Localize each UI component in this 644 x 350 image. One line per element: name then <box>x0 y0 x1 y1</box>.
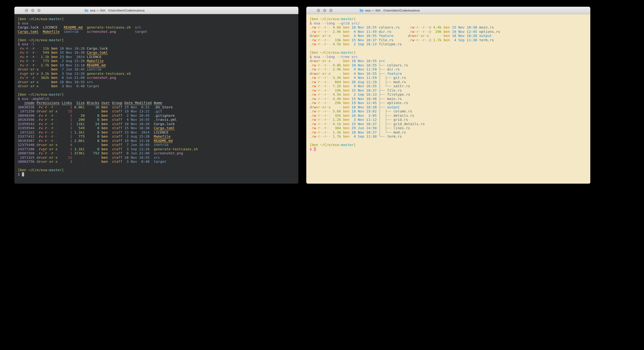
terminal-line: 1971325 drwxr-xr-x 11 - - ben staff 18 N… <box>18 156 298 160</box>
terminal-line: .rw-r--r-- 4.8k ben 18 Nov 18:55 colours… <box>310 26 590 30</box>
terminal-line: 31959543 .rw-r--r-- 1 11Ki 24 ben staff … <box>18 122 298 126</box>
window-title-app: exa — fish <box>365 9 380 12</box>
terminal-line: $ exa --long --tree src <box>310 55 590 59</box>
terminal-line: $ exa -l <box>18 42 298 46</box>
terminal-line: Cargo.lock LICENCE README.md generate-te… <box>18 26 298 30</box>
terminal-line: .rw-r--r-- 4.8k ben 18 Nov 18:55 ├── col… <box>310 63 590 68</box>
terminal-line: .rwxr-xr-x 3.1k ben 3 Sep 13:26 generate… <box>18 72 298 76</box>
traffic-lights <box>317 7 332 14</box>
terminal-line: [ben ~/C/e/exa:master] <box>310 50 590 55</box>
terminal-window-dark: exa — fish /Users/ben/Code/exa/exa [ben … <box>14 7 298 184</box>
terminal-line: $ exa -abghHliS <box>18 97 298 101</box>
window-title-path: /Users/ben/Code/exa/exa <box>383 9 420 12</box>
terminal-line: $ exa <box>18 21 298 26</box>
terminal-line: .rw-r--r-- 1.3k ben 18 Nov 18:27 │ └── m… <box>310 130 590 135</box>
terminal-line: [ben ~/C/e/exa:master] <box>18 168 298 172</box>
terminal-line: .rw-r--r-- 29k ben 19 Nov 12:45 ├── opti… <box>310 101 590 105</box>
window-title: exa — fish /Users/ben/Code/exa/exa <box>84 7 144 14</box>
terminal-line: 20087308 .rw-r--r-- 1 373Ki 752 ben staf… <box>18 151 298 156</box>
terminal-line: .rw-r--r-- 604 ben 26 Aug 12:19 │ ├── mo… <box>310 80 590 84</box>
terminal-line: [ben ~/C/e/exa:master] <box>18 92 298 97</box>
terminal-line <box>310 46 590 51</box>
terminal-line: [ben ~/C/e/exa:master] <box>18 17 298 21</box>
terminal-line: .rw-r--r-- 384 ben 29 Jun 14:50 │ ├── li… <box>310 126 590 130</box>
terminal-screen[interactable]: [ben ~/C/e/exa:master]$ exaCargo.lock LI… <box>14 14 298 184</box>
window-titlebar[interactable]: exa — fish /Users/ben/Code/exa/exa <box>14 7 298 14</box>
terminal-line: .rw-r--r-- 2.7k ben 19 Nov 13:18 README.… <box>18 63 298 68</box>
terminal-line: .rw-r--r-- 35k ben 16 Nov 3:05 │ ├── det… <box>310 114 590 118</box>
terminal-line: .rw-r--r-- 11k ben 18 Nov 18:28 Cargo.lo… <box>18 46 298 51</box>
window-title-app: exa — fish <box>90 9 106 12</box>
terminal-line <box>18 34 298 38</box>
terminal-line: inode Permissions Links Size Blocks User… <box>18 101 298 105</box>
terminal-line: drwxr-xr-x - ben 4 Nov 16:55 ├── feature <box>310 72 590 76</box>
terminal-line: $ exa --long --grid src/ <box>310 21 590 26</box>
terminal-line: .rw-r--r-- 4.5k ben 2 Sep 16:13 filetype… <box>310 42 590 46</box>
terminal-line: .rw-r--r-- 3.3k ben 4 Nov 11:59 │ ├── gi… <box>310 76 590 80</box>
terminal-window-light: exa — fish /Users/ben/Code/exa/exa [ben … <box>306 7 590 184</box>
window-title: exa — fish /Users/ben/Code/exa/exa <box>360 7 420 14</box>
terminal-line: 1971258 drwxr-xr-x 15 - - ben staff 19 N… <box>18 109 298 114</box>
terminal-line: 12375448 drwxr-xr-x 4 - - ben staff 7 Ju… <box>18 143 298 147</box>
terminal-line: $ █ <box>310 147 590 152</box>
terminal-line: drwxr-xr-x - ben 7 Jun 16:45 contrib <box>18 67 298 72</box>
terminal-line: .rw-r--r-- 2.9k ben 4 Nov 11:59 ├── dir.… <box>310 67 590 72</box>
terminal-screen[interactable]: [ben ~/C/e/exa:master]$ exa --long --gri… <box>306 14 590 184</box>
terminal-line: [ben ~/C/e/exa:master] <box>18 38 298 42</box>
minimize-button[interactable] <box>31 9 34 12</box>
terminal-line: Cargo.toml Makefile contrib screenshot.p… <box>18 30 298 34</box>
folder-icon[interactable] <box>360 9 364 12</box>
terminal-line: 31959544 .rw-r--r-- 1 549 8 ben staff 15… <box>18 126 298 130</box>
zoom-button[interactable] <box>38 9 40 12</box>
terminal-line: .rw-r--r-- 4.4k ben 15 Nov 18:38 ├── mai… <box>310 97 590 101</box>
terminal-line: drwxr-xr-x - ben 18 Nov 18:55 src <box>18 80 298 84</box>
terminal-line: .rw-r--r-- 1.1k ben 23 Nov 2014 LICENCE <box>18 55 298 59</box>
terminal-line: .rw-r--r-- 2.9k ben 4 Nov 11:59 dir.rs .… <box>310 30 590 34</box>
terminal-line: [ben ~/C/e/exa:master] <box>310 17 590 21</box>
terminal-line: .rw-r--r-- 7.2k ben 4 Nov 16:55 │ └── xa… <box>310 84 590 88</box>
terminal-cursor: █ <box>314 147 316 151</box>
zoom-button[interactable] <box>329 9 332 12</box>
window-titlebar[interactable]: exa — fish /Users/ben/Code/exa/exa <box>306 7 590 14</box>
minimize-button[interactable] <box>323 9 326 12</box>
terminal-line: .rw-r--r-- 775 ben 2 Aug 15:28 Makefile <box>18 59 298 63</box>
terminal-line: drwxr-xr-x - ben 3 Nov 0:48 target <box>18 84 298 88</box>
terminal-line: $ █ <box>18 172 298 177</box>
terminal-line: 24377288 .rwxr-xr-x 1 3.1Ki 8 ben staff … <box>18 147 298 152</box>
window-title-path: /Users/ben/Code/exa/exa <box>108 9 144 12</box>
terminal-line: 23377412 .rw-r--r-- 1 775 8 ben staff 2 … <box>18 134 298 139</box>
terminal-line: .rw-r--r-- 4.5k ben 2 Sep 16:13 ├── file… <box>310 92 590 97</box>
terminal-line: [ben ~/C/e/exa:master] <box>310 143 590 147</box>
traffic-lights <box>25 7 40 14</box>
terminal-line: 30163566 .rw-r--r-- 1 200 8 ben staff 4 … <box>18 118 298 122</box>
terminal-line: 30048390 .rw-r--r-- 1 20 8 ben staff 2 N… <box>18 114 298 118</box>
terminal-line: drwxr-xr-x - ben 18 Nov 18:55 src <box>310 59 590 63</box>
terminal-line <box>310 139 590 143</box>
terminal-line: .rw-r--r-- 1.2k ben 3 Nov 11:12 │ ├── gr… <box>310 118 590 122</box>
terminal-line: .rw-r--r-- 549 ben 15 Nov 18:38 Cargo.to… <box>18 50 298 55</box>
terminal-line: .rw-r--r-- 19k ben 15 Nov 18:37 ├── file… <box>310 88 590 93</box>
terminal-cursor: █ <box>22 172 24 176</box>
terminal-line: 1971322 .rw-r--r-- 1 1.1Ki 8 ben staff 2… <box>18 130 298 135</box>
terminal-line: 30163567 .rw-r--r-- 1 2.6Ki 8 ben staff … <box>18 139 298 143</box>
folder-icon[interactable] <box>84 9 88 12</box>
terminal-line: 30083756 drwxr-xr-x 3 - - ben staff 3 No… <box>18 160 298 164</box>
terminal-line <box>18 164 298 168</box>
close-button[interactable] <box>25 9 28 12</box>
terminal-line: .rw-r--r-- 1.7k ben 4 Sep 11:30 └── term… <box>310 134 590 139</box>
terminal-line: .rw-r--r-- 382k ben 8 Jun 21:00 screensh… <box>18 76 298 80</box>
terminal-line <box>18 88 298 93</box>
terminal-line: drwxr-xr-x - ben 18 Nov 18:28 ├── output <box>310 105 590 110</box>
terminal-line: 30030336 .rw-r--r-- 1 6.0Ki 16 ben staff… <box>18 105 298 110</box>
terminal-line: .rw-r--r-- 4.1k ben 15 Nov 18:37 │ ├── g… <box>310 122 590 126</box>
terminal-line: .rw-r--r-- 5.6k ben 18 Nov 19:02 │ ├── c… <box>310 109 590 114</box>
close-button[interactable] <box>317 9 320 12</box>
terminal-line: .rw-r--r-- 19k ben 15 Nov 18:37 file.rs … <box>310 38 590 42</box>
terminal-line: drwxr-xr-x - ben 4 Nov 16:55 feature drw… <box>310 34 590 38</box>
